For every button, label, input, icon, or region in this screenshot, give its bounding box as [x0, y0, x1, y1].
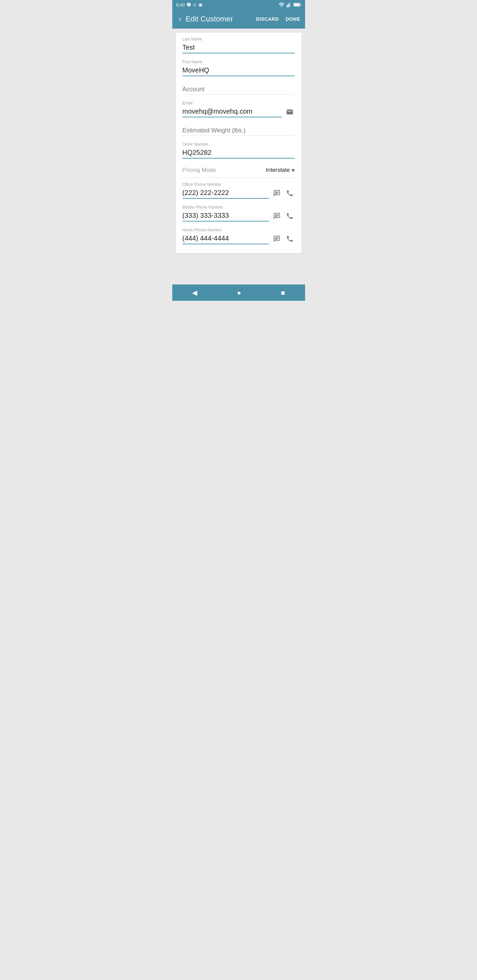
home-phone-field: Home Phone Number [182, 224, 295, 247]
home-phone-call-button[interactable] [285, 234, 295, 244]
office-phone-input[interactable] [182, 188, 269, 199]
status-icons [279, 2, 301, 7]
form-card: Last Name First Name Email [175, 33, 302, 253]
svg-rect-1 [286, 5, 287, 7]
mobile-phone-input[interactable] [182, 210, 269, 221]
envelope-icon [286, 108, 294, 116]
status-time-area: 6:40 🅐 ⊙ ▣ [176, 2, 202, 8]
pricing-mode-label: Pricing Mode [182, 167, 266, 173]
office-phone-sms-button[interactable] [272, 188, 282, 198]
home-phone-input[interactable] [182, 233, 269, 244]
office-phone-call-button[interactable] [285, 188, 295, 198]
office-phone-label: Office Phone Number [182, 182, 295, 187]
signal-icon [286, 2, 292, 7]
done-button[interactable]: DONE [285, 15, 301, 23]
mobile-phone-call-button[interactable] [285, 211, 295, 221]
svg-rect-3 [289, 3, 289, 7]
battery-icon [294, 3, 301, 7]
first-name-input[interactable] [182, 65, 295, 76]
sms-icon-3 [273, 235, 281, 243]
notification-a-icon: 🅐 [187, 2, 191, 7]
dropdown-arrow-icon: ▾ [292, 166, 295, 174]
status-bar: 6:40 🅐 ⊙ ▣ [172, 0, 305, 10]
home-phone-input-row [182, 233, 295, 244]
office-phone-field: Office Phone Number [182, 178, 295, 201]
email-input[interactable] [182, 106, 282, 118]
home-phone-label: Home Phone Number [182, 228, 295, 232]
status-time: 6:40 [176, 2, 185, 8]
mobile-phone-sms-button[interactable] [272, 211, 282, 221]
pricing-mode-value: Interstate [266, 167, 290, 173]
svg-rect-6 [294, 3, 299, 6]
phone-icon-2 [286, 212, 294, 220]
discard-button[interactable]: DISCARD [255, 15, 279, 23]
pricing-mode-row: Pricing Mode Interstate ▾ [182, 161, 295, 178]
account-input[interactable] [182, 84, 295, 95]
sim-card-icon: ▣ [198, 2, 202, 7]
order-number-label: Order Number [182, 142, 295, 147]
mobile-phone-label: Mobile Phone Number [182, 205, 295, 210]
pricing-mode-select[interactable]: Interstate ▾ [266, 166, 295, 174]
email-input-row [182, 106, 295, 118]
first-name-label: First Name [182, 60, 295, 64]
estimated-weight-field [182, 119, 295, 138]
sms-icon [273, 189, 281, 197]
notification-b-icon: ⊙ [193, 2, 196, 7]
nav-recent-button[interactable]: ■ [274, 286, 292, 299]
app-bar: ‹ Edit Customer DISCARD DONE [172, 10, 305, 29]
account-field [182, 78, 295, 97]
svg-point-0 [281, 6, 282, 7]
wifi-icon [279, 2, 285, 7]
mobile-phone-field: Mobile Phone Number [182, 201, 295, 224]
order-number-input[interactable] [182, 147, 295, 159]
last-name-label: Last Name [182, 37, 295, 41]
last-name-input[interactable] [182, 42, 295, 53]
home-phone-sms-button[interactable] [272, 234, 282, 244]
nav-back-button[interactable]: ◀ [185, 286, 204, 299]
phone-icon [286, 189, 294, 197]
phone-icon-3 [286, 235, 294, 243]
email-icon-button[interactable] [285, 107, 295, 117]
svg-rect-4 [289, 3, 290, 7]
first-name-field: First Name [182, 56, 295, 78]
sms-icon-2 [273, 212, 281, 220]
email-label: Email [182, 101, 295, 105]
email-field: Email [182, 97, 295, 119]
order-number-field: Order Number [182, 138, 295, 161]
content-area: Last Name First Name Email [172, 29, 305, 257]
page-title: Edit Customer [185, 14, 255, 24]
back-button[interactable]: ‹ [176, 13, 184, 25]
app-bar-actions: DISCARD DONE [255, 15, 301, 23]
mobile-phone-input-row [182, 210, 295, 221]
nav-home-button[interactable]: ● [230, 286, 248, 299]
office-phone-input-row [182, 188, 295, 199]
svg-rect-2 [287, 5, 288, 7]
svg-rect-7 [300, 4, 301, 6]
estimated-weight-input[interactable] [182, 126, 295, 136]
nav-bar: ◀ ● ■ [172, 285, 305, 301]
last-name-field: Last Name [182, 33, 295, 56]
